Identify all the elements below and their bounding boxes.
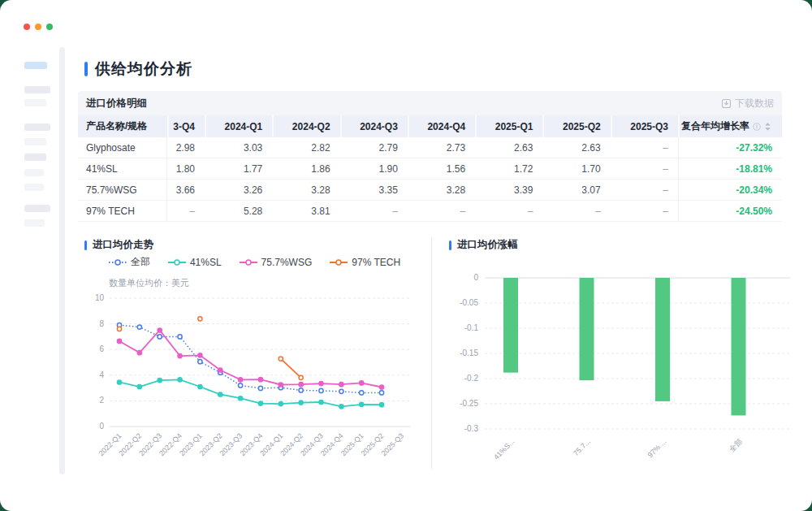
table-row: Glyphosate2.983.032.822.792.732.632.63–-… <box>78 137 782 158</box>
cell-product-name: 75.7%WSG <box>78 180 167 200</box>
legend-label: 75.7%WSG <box>261 257 313 268</box>
cell-price-value: 1.86 <box>272 158 339 179</box>
svg-text:75.7...: 75.7... <box>572 437 592 457</box>
page-header: 供给均价分析 <box>84 58 192 80</box>
maximize-window-button[interactable] <box>46 24 53 30</box>
charts-divider <box>431 237 432 469</box>
cell-price-value: – <box>408 201 475 221</box>
sidebar-item-placeholder <box>24 99 46 106</box>
column-header-quarter: 2025-Q2 <box>542 115 610 137</box>
legend-item[interactable]: 全部 <box>109 255 150 269</box>
cell-price-value: – <box>611 201 678 221</box>
column-header-quarter: 3-Q4 <box>167 115 205 137</box>
cell-price-value: 3.26 <box>205 180 272 200</box>
cell-price-value: – <box>611 158 678 179</box>
table-header-row: 产品名称/规格3-Q42024-Q12024-Q22024-Q32024-Q42… <box>78 115 782 137</box>
cell-price-value: 2.98 <box>167 137 205 158</box>
cell-price-value: – <box>611 137 678 158</box>
svg-text:8: 8 <box>99 319 104 328</box>
cell-cagr-value: -20.34% <box>678 180 782 200</box>
import-price-table-card: 进口价格明细 下载数据 产品名称/规格3-Q42024-Q12024-Q2202… <box>78 91 782 222</box>
sidebar-item-placeholder <box>24 123 50 131</box>
download-icon <box>721 98 732 109</box>
svg-text:-0.3: -0.3 <box>464 424 479 433</box>
cell-price-value: 1.90 <box>340 158 408 179</box>
app-window: 供给均价分析 进口价格明细 下载数据 产品名称/规格3-Q42024-Q1202… <box>0 0 812 511</box>
legend-item[interactable]: 41%SL <box>168 255 222 269</box>
minimize-window-button[interactable] <box>35 24 41 30</box>
download-label: 下载数据 <box>735 97 774 110</box>
cell-price-value: – <box>167 201 205 221</box>
bar-chart-title: 进口均价涨幅 <box>457 238 518 252</box>
cell-price-value: 5.28 <box>205 201 272 221</box>
svg-text:0: 0 <box>99 422 104 431</box>
table-row: 41%SL1.801.771.861.901.561.721.70–-18.81… <box>78 158 782 180</box>
line-chart-header: 进口均价走势 <box>84 238 153 252</box>
svg-text:2: 2 <box>99 396 104 405</box>
cell-price-value: – <box>611 180 678 200</box>
svg-text:6: 6 <box>99 344 104 353</box>
column-header-quarter: 2025-Q3 <box>611 115 678 137</box>
cell-price-value: 3.35 <box>340 180 408 200</box>
svg-text:全部: 全部 <box>728 437 744 453</box>
legend-item[interactable]: 75.7%WSG <box>240 255 313 269</box>
table-title: 进口价格明细 <box>86 97 147 110</box>
column-header-quarter: 2024-Q2 <box>272 115 339 137</box>
sidebar-item-placeholder <box>24 219 45 227</box>
column-header-product: 产品名称/规格 <box>78 115 167 137</box>
window-controls <box>24 24 53 30</box>
cell-price-value: 3.28 <box>272 180 339 200</box>
column-header-quarter: 2024-Q4 <box>408 115 475 137</box>
legend-marker-icon <box>109 258 127 266</box>
svg-text:10: 10 <box>95 293 105 302</box>
svg-text:4: 4 <box>99 370 104 379</box>
cell-price-value: 2.63 <box>542 137 610 158</box>
cell-price-value: 3.28 <box>408 180 475 200</box>
sidebar-item-placeholder <box>24 205 50 212</box>
sidebar-item-placeholder <box>24 184 44 191</box>
cell-cagr-value: -18.81% <box>678 158 782 179</box>
legend-label: 全部 <box>131 255 150 269</box>
cell-product-name: 97% TECH <box>78 201 167 221</box>
cell-price-value: 2.63 <box>475 137 542 158</box>
cell-price-value: 3.39 <box>475 180 542 200</box>
legend-label: 41%SL <box>190 257 222 268</box>
bar[interactable] <box>655 278 670 401</box>
close-window-button[interactable] <box>24 24 30 30</box>
table-titlebar: 进口价格明细 下载数据 <box>78 91 782 115</box>
sidebar-divider <box>59 47 65 474</box>
bar-chart-header: 进口均价涨幅 <box>449 238 518 252</box>
legend-label: 97% TECH <box>352 257 400 268</box>
line-chart-legend: 全部41%SL75.7%WSG97% TECH <box>78 255 431 269</box>
bar-chart[interactable]: 0-0.05-0.1-0.15-0.2-0.25-0.341%S...75.7.… <box>449 268 798 475</box>
sidebar-item-placeholder <box>24 169 44 176</box>
table-row: 97% TECH–5.283.81–––––-24.50% <box>78 201 782 222</box>
cell-price-value: 3.07 <box>542 180 610 200</box>
table-body: Glyphosate2.983.032.822.792.732.632.63–-… <box>78 137 782 222</box>
info-icon <box>752 122 762 132</box>
bar[interactable] <box>580 278 594 380</box>
legend-item[interactable]: 97% TECH <box>330 255 400 269</box>
cell-product-name: Glyphosate <box>78 137 167 158</box>
cell-cagr-value: -24.50% <box>678 201 782 221</box>
line-chart-accent-bar <box>84 240 87 250</box>
cell-price-value: – <box>475 201 542 221</box>
svg-text:-0.1: -0.1 <box>464 323 479 332</box>
cell-product-name: 41%SL <box>78 158 167 179</box>
line-chart-subtitle: 数量单位均价：美元 <box>109 277 189 289</box>
cell-price-value: 2.82 <box>272 137 339 158</box>
cell-price-value: 1.80 <box>167 158 205 179</box>
line-chart[interactable]: 10864202022-Q12022-Q22022-Q32022-Q42023-… <box>78 289 427 464</box>
sort-icon[interactable] <box>763 122 772 132</box>
title-accent-bar <box>84 62 88 76</box>
svg-text:41%S...: 41%S... <box>492 437 516 461</box>
bar-chart-accent-bar <box>449 240 451 250</box>
download-data-button[interactable]: 下载数据 <box>721 97 774 110</box>
cell-price-value: 3.81 <box>272 201 339 221</box>
bar[interactable] <box>503 278 518 373</box>
bar[interactable] <box>732 278 746 415</box>
sidebar-item-placeholder <box>24 154 46 161</box>
cell-price-value: 1.70 <box>542 158 610 179</box>
page-title: 供给均价分析 <box>95 58 192 80</box>
svg-text:97% ...: 97% ... <box>646 437 668 459</box>
